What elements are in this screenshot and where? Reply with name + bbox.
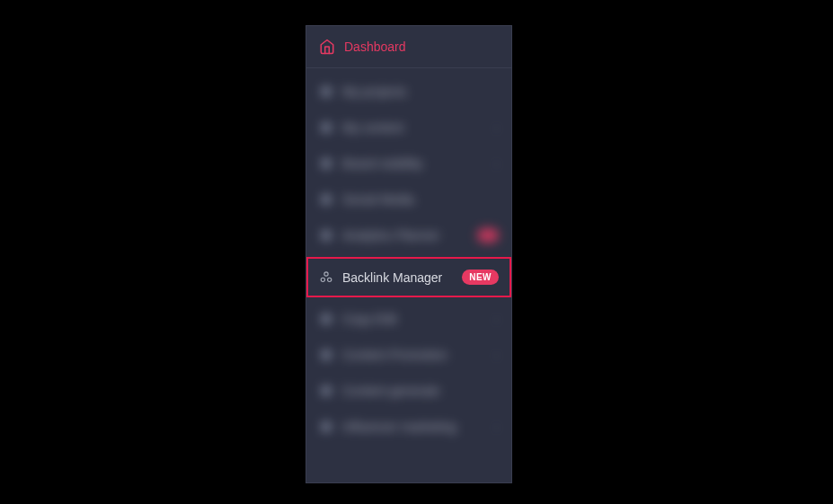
nav-item-label: Influencer marketing: [342, 420, 494, 434]
svg-rect-2: [322, 159, 332, 169]
sidebar-item-backlink-manager[interactable]: Backlink Manager NEW: [308, 259, 510, 296]
nav-icon: [319, 348, 333, 362]
nav-item-label: My projects: [342, 84, 499, 99]
badge: [477, 228, 499, 243]
sidebar-item-blurred[interactable]: Copy Edit›: [306, 301, 511, 337]
sidebar-item-blurred[interactable]: Brand visibility›: [306, 146, 511, 181]
highlight-frame: Backlink Manager NEW: [306, 257, 511, 297]
nav-item-label: Social Media: [342, 192, 499, 207]
svg-rect-9: [322, 350, 332, 360]
nav-icon: [319, 228, 333, 243]
sidebar-item-blurred[interactable]: Content Promotion›: [306, 337, 511, 373]
svg-rect-3: [322, 195, 332, 205]
chevron-right-icon: ›: [494, 348, 499, 362]
nav-item-label: Analytics Planner: [342, 228, 472, 243]
svg-point-5: [324, 271, 328, 275]
nav-icon: [319, 312, 333, 326]
nav-icon: [319, 84, 333, 99]
new-badge: NEW: [462, 270, 499, 285]
home-icon: [319, 39, 335, 55]
sidebar-item-blurred[interactable]: Influencer marketing›: [306, 409, 511, 445]
sidebar-item-blurred[interactable]: Social Media: [306, 181, 511, 217]
svg-rect-0: [322, 87, 332, 97]
sidebar-item-blurred[interactable]: Content generate: [306, 373, 511, 409]
nav-icon: [319, 192, 333, 207]
svg-rect-1: [322, 123, 332, 133]
sidebar-item-dashboard[interactable]: Dashboard: [306, 26, 511, 68]
nav-item-label: Copy Edit: [342, 312, 494, 326]
nav-icon: [319, 120, 333, 135]
nav-icon: [319, 420, 333, 434]
svg-point-6: [321, 278, 324, 281]
chevron-right-icon: ›: [494, 120, 499, 135]
sidebar-item-blurred[interactable]: Analytics Planner: [306, 217, 511, 253]
chevron-right-icon: ›: [494, 312, 499, 326]
backlink-manager-label: Backlink Manager: [342, 270, 455, 285]
sidebar-item-blurred[interactable]: My content›: [306, 110, 511, 146]
chevron-right-icon: ›: [494, 420, 499, 434]
sidebar-item-blurred[interactable]: My projects: [306, 74, 511, 110]
nav-item-label: Brand visibility: [342, 156, 494, 171]
dashboard-label: Dashboard: [344, 40, 406, 54]
svg-rect-4: [322, 231, 332, 241]
nav-icon: [319, 384, 333, 398]
svg-rect-10: [322, 386, 332, 396]
svg-point-7: [328, 278, 332, 281]
link-icon: [319, 270, 333, 285]
chevron-right-icon: ›: [494, 156, 499, 171]
svg-rect-8: [322, 314, 332, 324]
nav-item-label: Content generate: [342, 384, 499, 398]
nav-list: My projectsMy content›Brand visibility›S…: [306, 68, 511, 445]
svg-rect-11: [322, 422, 332, 432]
nav-item-label: My content: [342, 120, 494, 135]
sidebar: Dashboard My projectsMy content›Brand vi…: [306, 25, 512, 483]
nav-item-label: Content Promotion: [342, 348, 494, 362]
nav-icon: [319, 156, 333, 171]
